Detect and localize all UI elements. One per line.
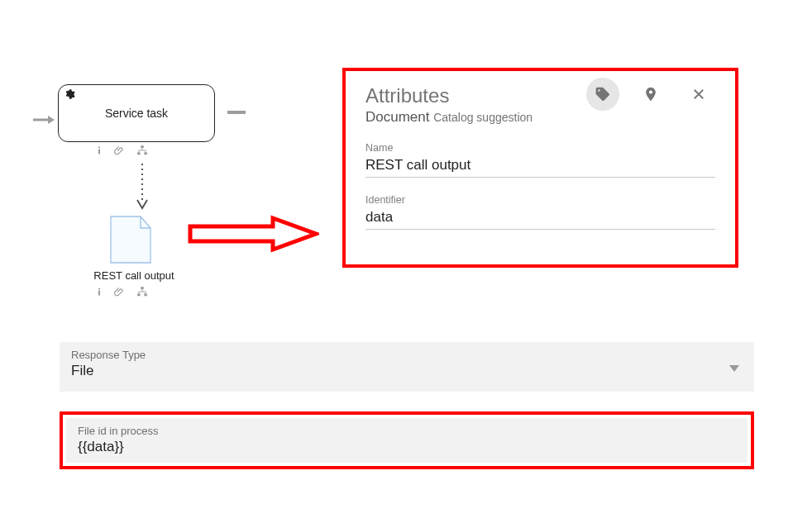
file-id-highlight-box: File id in process {{data}} [60, 411, 754, 469]
attributes-panel-subtitle: Document Catalog suggestion [365, 109, 533, 126]
data-object-label: REST call output [76, 269, 192, 282]
response-type-value: File [71, 363, 743, 379]
incoming-sequence-flow [33, 114, 53, 124]
svg-rect-11 [141, 287, 144, 289]
svg-marker-1 [48, 116, 55, 124]
svg-rect-13 [144, 293, 147, 296]
location-pin-icon[interactable] [634, 78, 667, 111]
identifier-field[interactable] [365, 207, 715, 230]
name-field-label: Name [365, 142, 715, 154]
hierarchy-icon[interactable] [136, 145, 149, 156]
info-icon[interactable] [94, 145, 104, 156]
file-id-value: {{data}} [78, 439, 736, 455]
file-id-label: File id in process [78, 425, 736, 437]
attributes-panel: Attributes Document Catalog suggestion N… [342, 68, 738, 268]
file-id-field[interactable]: File id in process {{data}} [66, 418, 748, 463]
attachment-icon[interactable] [114, 145, 126, 156]
service-task-label: Service task [105, 107, 168, 120]
chevron-down-icon [729, 360, 739, 375]
svg-point-2 [98, 146, 100, 148]
name-field[interactable] [365, 155, 715, 178]
gear-icon [64, 88, 75, 103]
attributes-panel-title: Attributes [365, 84, 533, 107]
outgoing-connector-handle[interactable] [227, 111, 246, 114]
data-association-edge [126, 164, 159, 213]
task-mini-toolbar [94, 145, 149, 156]
response-type-label: Response Type [71, 349, 743, 361]
svg-rect-10 [98, 291, 100, 296]
svg-rect-3 [98, 150, 100, 155]
data-object-node[interactable] [107, 213, 154, 266]
svg-rect-12 [137, 293, 141, 296]
svg-rect-5 [137, 152, 141, 155]
annotation-arrow-icon [187, 215, 319, 253]
svg-rect-6 [144, 152, 147, 155]
attachment-icon[interactable] [114, 286, 126, 301]
service-task-node[interactable]: Service task [58, 84, 215, 142]
svg-marker-15 [729, 365, 739, 372]
hierarchy-icon[interactable] [136, 286, 149, 301]
svg-marker-8 [111, 216, 150, 263]
info-icon[interactable] [94, 286, 104, 301]
close-icon[interactable] [682, 78, 715, 111]
identifier-field-label: Identifier [365, 194, 715, 206]
data-object-mini-toolbar [94, 286, 149, 301]
svg-rect-4 [141, 145, 144, 148]
response-type-select[interactable]: Response Type File [60, 342, 754, 392]
svg-point-9 [98, 288, 100, 289]
svg-marker-14 [190, 218, 316, 250]
tag-icon[interactable] [586, 78, 619, 111]
